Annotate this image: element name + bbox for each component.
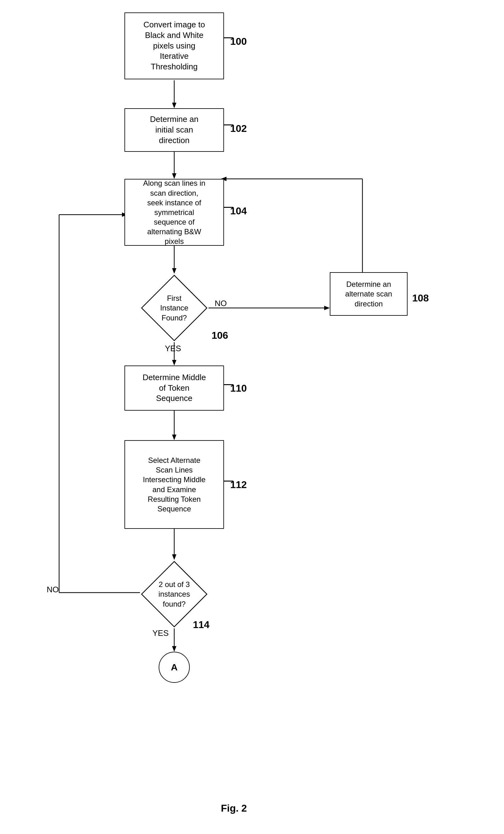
arrows-svg [0, 0, 504, 834]
box-104: Along scan lines in scan direction, seek… [125, 179, 224, 246]
yes-114-label: YES [152, 629, 169, 638]
svg-marker-5 [172, 268, 176, 274]
box-100: Convert image to Black and White pixels … [125, 13, 224, 79]
box-112: Select Alternate Scan Lines Intersecting… [125, 440, 224, 529]
label-114: 114 [193, 619, 210, 631]
no-left-label: NO [47, 585, 59, 594]
yes-106-label: YES [165, 344, 181, 353]
diamond-106: First Instance Found? [140, 274, 209, 342]
svg-marker-9 [172, 435, 176, 440]
svg-marker-11 [172, 554, 176, 560]
svg-marker-7 [172, 360, 176, 366]
label-106: 106 [212, 330, 228, 341]
diamond-106-text: First Instance Found? [159, 292, 190, 324]
circle-a: A [159, 652, 190, 683]
svg-marker-3 [172, 173, 176, 179]
diamond-114: 2 out of 3 instances found? [140, 560, 209, 629]
box-102: Determine an initial scan direction [125, 108, 224, 152]
label-108: 108 [412, 292, 429, 304]
box-110: Determine Middle of Token Sequence [125, 366, 224, 411]
flowchart-diagram: Convert image to Black and White pixels … [0, 0, 504, 834]
box-108: Determine an alternate scan direction [330, 272, 408, 316]
fig-label: Fig. 2 [221, 803, 247, 814]
svg-marker-15 [324, 306, 330, 310]
svg-marker-13 [172, 646, 176, 652]
no-right-label: NO [215, 299, 227, 308]
svg-marker-1 [172, 103, 176, 108]
diamond-114-text: 2 out of 3 instances found? [157, 578, 191, 610]
